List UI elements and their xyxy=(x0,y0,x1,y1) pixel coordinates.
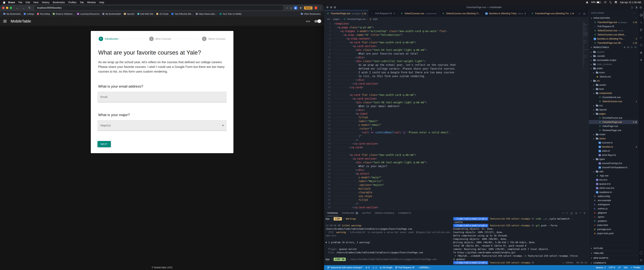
next-button[interactable]: NEXT xyxy=(98,141,111,147)
line-number[interactable]: 26 xyxy=(324,115,334,119)
tree-item-css[interactable]: ▸css xyxy=(589,103,638,108)
hamburger-menu-icon[interactable] xyxy=(3,21,6,21)
breadcrumb-item-src[interactable]: src xyxy=(327,18,330,21)
bookmark-road-to-software[interactable]: Road to Software... xyxy=(51,12,76,16)
run-icon[interactable]: ▷ xyxy=(579,12,581,15)
bookmark-star-icon[interactable]: ☆ xyxy=(286,7,288,9)
line-number[interactable]: 18 xyxy=(324,85,334,89)
line-number[interactable]: 46 xyxy=(324,191,334,194)
status-vue[interactable]: Vue xyxy=(622,265,629,270)
line-number[interactable]: 4 xyxy=(324,33,334,37)
menubar-item-bookmarks[interactable]: Bookmarks xyxy=(51,1,67,4)
line-number[interactable]: 38 xyxy=(324,161,334,164)
open-editors-section[interactable]: ▾ OPEN EDITORS ⋯ xyxy=(589,16,638,20)
tree-item-node-modules[interactable]: ▸node_modules xyxy=(589,62,638,66)
line-number[interactable]: 44 xyxy=(324,183,334,187)
tree-item-package-json[interactable]: {}package.json xyxy=(589,227,638,231)
status-1[interactable]: ⚠1 xyxy=(371,265,378,270)
panel-tab-debug-console[interactable]: DEBUG CONSOLE xyxy=(375,210,394,216)
major-select[interactable]: Major(s) ▾ xyxy=(98,120,227,131)
open-editor-selectcourses-vue-work[interactable]: VSelectCourses.vue (Work... xyxy=(589,33,638,37)
line-number[interactable]: 6 xyxy=(324,41,334,44)
battery-indicator[interactable]: 64% xyxy=(591,1,601,4)
line-number[interactable]: 5 xyxy=(324,37,334,41)
bookmark-recruiting[interactable]: Recruiting xyxy=(36,12,51,16)
menubar-item-edit[interactable]: Edit xyxy=(24,1,32,4)
editor[interactable]: 1<template>2··<q-page class="q-pt-md">3·… xyxy=(324,21,588,210)
status-git-graph[interactable]: ◎Git Graph xyxy=(378,265,394,270)
line-number[interactable]: 24 xyxy=(324,108,334,112)
line-number[interactable]: 29 xyxy=(324,127,334,130)
bookmark-your-year-on-netlify[interactable]: Your Year on Netlify xyxy=(218,12,243,16)
account-icon[interactable]: ◯ xyxy=(638,249,644,256)
display-mirroring-icon[interactable]: ▣ xyxy=(586,1,588,4)
step-worst-courses[interactable]: 3Worst Courses xyxy=(202,37,226,41)
breadcrumb-item-favoritespage-vue[interactable]: VFavoritesPage.vue xyxy=(343,18,366,21)
tree-item-favorites-ts[interactable]: TSfavorites.ts2 xyxy=(589,145,638,149)
line-number[interactable]: 12 xyxy=(324,63,334,67)
zoom-window-button[interactable] xyxy=(334,6,336,9)
bookmark-https-www-viple[interactable]: https://www.viple... xyxy=(194,12,218,16)
customize-layout-icon[interactable]: ▤ xyxy=(640,6,642,9)
bookmark-edit-web-site[interactable]: Edit Web Site xyxy=(136,12,155,16)
terminal-right[interactable]: ~/Code/table/mobiletable feature/sid-159… xyxy=(452,216,588,265)
line-number[interactable]: 49 xyxy=(324,202,334,205)
status-feature-sid-159-select-revamps[interactable]: feature/sid-159-select-revamps* xyxy=(326,265,364,270)
close-icon[interactable]: ✕ xyxy=(394,12,395,15)
browser-menu-icon[interactable]: ⋮ xyxy=(320,7,322,9)
tree-item-layouts[interactable]: ▸layouts xyxy=(589,108,638,112)
menubar-item-help[interactable]: Help xyxy=(98,1,106,4)
tree-item-pages[interactable]: ▾pages xyxy=(589,112,638,116)
tree-item-indexpage-vue[interactable]: VIndexPage.vue xyxy=(589,124,638,128)
line-number[interactable]: 37 xyxy=(324,157,334,161)
line-number[interactable]: 40 xyxy=(324,168,334,172)
tree-item-eslintignore[interactable]: E.eslintignore xyxy=(589,202,638,207)
line-number[interactable]: 22 xyxy=(324,100,334,104)
tree-item-vscode[interactable]: ▸.vscode xyxy=(589,54,638,58)
tree-item-coursetable-scripts[interactable]: ▸coursetable-scripts xyxy=(589,58,638,62)
status-normal[interactable]: -- NORMAL -- xyxy=(416,265,433,270)
zoom-window-button[interactable] xyxy=(10,7,12,9)
line-number[interactable]: 8 xyxy=(324,48,334,52)
section-outline[interactable]: ▸OUTLINE xyxy=(589,246,638,250)
tree-item-coursefromsupabase-ts[interactable]: TScourseFromSupabase.ts xyxy=(589,165,638,170)
code-icon[interactable]: </> xyxy=(306,20,310,23)
wifi-icon[interactable] xyxy=(604,1,606,3)
tree-item-favicon-ico[interactable]: ★favicon.ico xyxy=(589,75,638,79)
toggle-panel-icon[interactable]: ◫ xyxy=(631,6,633,9)
new-folder-icon[interactable]: ⊞ xyxy=(627,46,629,49)
line-number[interactable]: 42 xyxy=(324,176,334,179)
menubar-item-file[interactable]: File xyxy=(17,1,24,4)
line-number[interactable]: 32 xyxy=(324,138,334,142)
line-number[interactable]: 25 xyxy=(324,112,334,115)
open-editor-favorites-ts-working-tre[interactable]: TSfavorites.ts (Working Tre...2 xyxy=(589,37,638,41)
line-number[interactable]: 1 xyxy=(324,22,334,26)
terminal-left[interactable]: App • LINT • Warning: 12:59:58 AM [vite]… xyxy=(324,216,452,265)
open-editor-favoritespage-vue[interactable]: VFavoritesPage.vuesrc/pages2, M xyxy=(589,20,638,24)
line-number[interactable]: 45 xyxy=(324,187,334,191)
tree-item-components[interactable]: ▾components xyxy=(589,91,638,95)
email-field[interactable]: Email xyxy=(98,91,227,102)
line-number[interactable]: 10 xyxy=(324,56,334,59)
line-number[interactable]: 27 xyxy=(324,119,334,123)
tree-item-store-flag-d-ts[interactable]: TSstore-flag.d.ts xyxy=(589,153,638,157)
line-number[interactable]: 20 xyxy=(324,93,334,97)
line-number[interactable]: 3 xyxy=(324,29,334,33)
tree-item-editorconfig[interactable]: ⚙.editorconfig xyxy=(589,194,638,198)
tree-item-public[interactable]: ▾public xyxy=(589,66,638,70)
extension-error-badge[interactable]: Error xyxy=(304,6,312,10)
breadcrumb-item-style[interactable]: {}style xyxy=(369,18,378,21)
menubar-clock[interactable]: Sat Apr 22 1:00 AM xyxy=(620,1,641,4)
tree-item-pnpm-lock-yaml[interactable]: ≣pnpm-lock.yaml xyxy=(589,231,638,235)
spotlight-search-icon[interactable] xyxy=(609,1,612,3)
open-editor-pull-request-5[interactable]: ⑃Pull Request #5 xyxy=(589,24,638,29)
status-prettier[interactable]: ✓Prettier xyxy=(629,265,642,270)
section-npm-scripts[interactable]: ▸NPM SCRIPTS xyxy=(589,255,638,260)
tree-item-types[interactable]: ▾types xyxy=(589,157,638,161)
line-number[interactable]: 13 xyxy=(324,67,334,70)
line-number[interactable]: 33 xyxy=(324,142,334,146)
minimize-window-button[interactable] xyxy=(6,7,8,9)
line-number[interactable]: 41 xyxy=(324,172,334,176)
tree-item-eslintrc-js[interactable]: E.eslintrc.js xyxy=(589,207,638,211)
line-number[interactable]: 15 xyxy=(324,74,334,78)
